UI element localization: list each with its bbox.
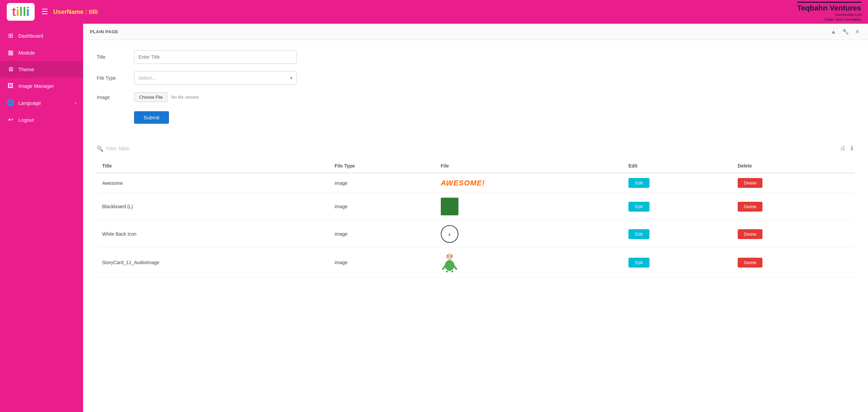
row3-file: ‹ [435,220,623,248]
panel-collapse-button[interactable]: ▲ [829,28,838,36]
awesome-preview: AWESOME! [441,179,485,187]
chevron-right-icon: › [75,100,76,105]
sidebar-item-language[interactable]: 🌐 Language › [0,94,83,111]
theme-icon: 🖥 [7,66,14,73]
logout-icon: ↩ [7,116,14,123]
submit-row: Submit [97,110,854,124]
choose-file-button[interactable]: Choose File [134,92,168,102]
svg-point-3 [451,255,453,257]
sidebar-item-module[interactable]: ▦ Module [0,44,83,61]
table-section: 🔍 🖨 ⬇ Title File Type File Ed [83,141,868,288]
logo-t: t [12,5,16,19]
row3-edit: Edit [623,220,732,248]
print-icon[interactable]: 🖨 [840,145,846,152]
sidebar-item-image-manager[interactable]: 🖼 Image Manager [0,78,83,94]
data-table: Title File Type File Edit Delete Awesome… [97,159,854,277]
sidebar-item-logout[interactable]: ↩ Logout [0,111,83,128]
filetype-label: File Type [97,75,127,81]
sidebar-item-language-label: Language [18,100,71,106]
row1-delete: Delete [732,173,854,193]
col-title: Title [97,159,329,173]
panel-settings-button[interactable]: 🔧 [841,28,851,36]
row1-filetype: image [329,173,435,193]
module-icon: ▦ [7,49,14,56]
search-icon: 🔍 [97,145,103,152]
delete-button[interactable]: Delete [738,229,763,239]
language-icon: 🌐 [7,99,14,106]
svg-line-5 [454,266,457,270]
brand-sub1: Community-Led [797,12,861,17]
delete-button[interactable]: Delete [738,178,763,188]
brand-name: Teqbahn Ventures [797,4,861,12]
chevron-down-icon: ▾ [290,75,293,81]
logo-l2: l [23,5,26,19]
panel-header: PLAIN PAGE ▲ 🔧 ✕ [83,24,868,40]
row4-file [435,248,623,277]
col-delete: Delete [732,159,854,173]
sidebar-item-image-manager-label: Image Manager [18,83,76,89]
svg-line-4 [442,266,446,270]
page-title: PLAIN PAGE [90,29,118,34]
edit-button[interactable]: Edit [628,258,649,268]
sidebar-item-theme-label: Theme [18,66,76,72]
row2-filetype: image [329,193,435,220]
row4-delete: Delete [732,248,854,277]
submit-button[interactable]: Submit [134,111,169,124]
table-row: Awesome image AWESOME! Edit Delete [97,173,854,193]
logo: tilli [7,3,35,21]
table-action-icons: 🖨 ⬇ [840,145,854,152]
image-manager-icon: 🖼 [7,82,14,90]
col-file: File [435,159,623,173]
row1-title: Awesome [97,173,329,193]
svg-point-2 [447,255,449,257]
hamburger-icon[interactable]: ☰ [41,7,48,16]
row2-delete: Delete [732,193,854,220]
panel-actions: ▲ 🔧 ✕ [829,28,861,36]
svg-point-1 [445,260,454,271]
edit-button[interactable]: Edit [628,178,649,188]
logo-i2: i [26,5,30,19]
filter-input-wrapper: 🔍 [97,145,167,152]
sidebar: ⊞ Dashboard ▦ Module 🖥 Theme 🖼 Image Man… [0,24,83,412]
page-panel: PLAIN PAGE ▲ 🔧 ✕ Title File Type Select.… [83,24,868,412]
sidebar-item-module-label: Module [18,50,76,56]
sidebar-item-logout-label: Logout [18,117,76,123]
filetype-select-placeholder: Select... [138,75,290,81]
col-edit: Edit [623,159,732,173]
brand: Teqbahn Ventures Community-Led Clean Tec… [797,2,861,22]
file-input-wrapper: Choose File No file chosen [134,92,199,102]
filetype-select[interactable]: Select... ▾ [134,71,297,85]
sidebar-item-dashboard[interactable]: ⊞ Dashboard [0,27,83,44]
username-display: UserName : tilli [53,8,98,16]
edit-button[interactable]: Edit [628,202,649,212]
title-label: Title [97,54,127,60]
row3-filetype: image [329,220,435,248]
filter-input[interactable] [106,146,167,151]
row3-delete: Delete [732,220,854,248]
title-row: Title [97,50,854,64]
delete-button[interactable]: Delete [738,202,763,212]
filetype-row: File Type Select... ▾ [97,71,854,85]
download-icon[interactable]: ⬇ [849,145,854,152]
no-file-text: No file chosen [171,95,199,100]
row4-title: StoryCard_11_AudioImage [97,248,329,277]
row4-filetype: image [329,248,435,277]
delete-button[interactable]: Delete [738,258,763,268]
content-area: PLAIN PAGE ▲ 🔧 ✕ Title File Type Select.… [83,24,868,412]
sidebar-item-theme[interactable]: 🖥 Theme [0,61,83,78]
row3-title: White Back Icon [97,220,329,248]
edit-button[interactable]: Edit [628,229,649,239]
filter-bar: 🔍 🖨 ⬇ [97,145,854,152]
table-row: StoryCard_11_AudioImage image [97,248,854,277]
back-icon-preview: ‹ [441,225,458,243]
logo-i1: i [16,5,19,19]
row2-title: Blackboard (L) [97,193,329,220]
main-layout: ⊞ Dashboard ▦ Module 🖥 Theme 🖼 Image Man… [0,24,868,412]
panel-close-button[interactable]: ✕ [853,28,861,36]
table-row: White Back Icon image ‹ Edit Delete [97,220,854,248]
row1-edit: Edit [623,173,732,193]
row1-file: AWESOME! [435,173,623,193]
table-row: Blackboard (L) image Edit Delete [97,193,854,220]
row2-file [435,193,623,220]
title-input[interactable] [134,50,297,64]
